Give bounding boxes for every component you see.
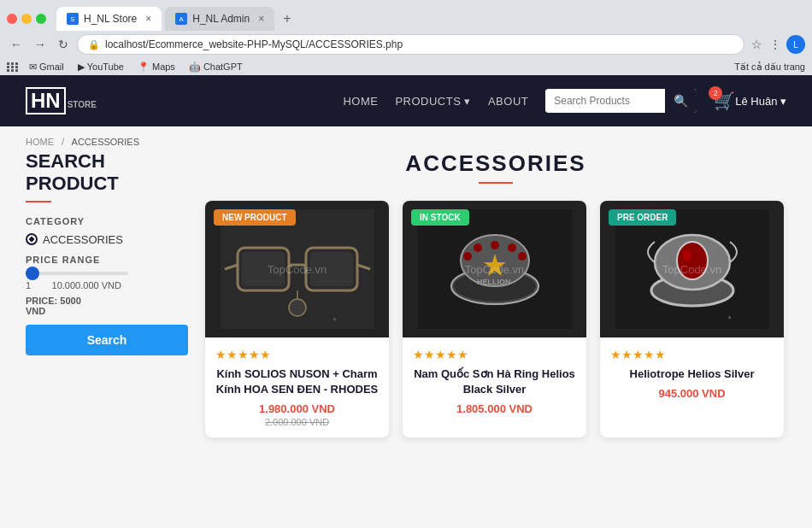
svg-point-16: [463, 252, 472, 261]
apps-button[interactable]: [7, 62, 19, 72]
bookmark-chatgpt[interactable]: 🤖 ChatGPT: [185, 60, 246, 74]
price-max: 10.000.000 VND: [52, 280, 121, 290]
minimize-btn[interactable]: [21, 14, 32, 24]
title-underline: [479, 182, 513, 184]
cart-area[interactable]: 🛒 2: [714, 91, 735, 111]
user-label: Lê Huân ▾: [735, 95, 786, 108]
navbar: HN STORE HOME PRODUCTS ▾ ABOUT 🔍 🛒 2 Lê …: [0, 75, 812, 126]
svg-point-8: [289, 299, 306, 316]
price-slider-track: [26, 272, 128, 275]
product-info-0: ★★★★★ Kính SOLIOS NUSON + Charm Kính HOA…: [205, 337, 389, 437]
user-area[interactable]: Lê Huân ▾: [735, 95, 786, 108]
profile-button[interactable]: L: [786, 35, 805, 54]
nav-home[interactable]: HOME: [343, 95, 378, 108]
product-img-ring-star: HELLION: [418, 209, 572, 329]
product-badge-1: IN STOCK: [411, 209, 469, 226]
tab-favicon-store: S: [67, 13, 79, 25]
product-price-0: 1.980.000 VND: [215, 402, 379, 415]
tab-close-store[interactable]: ×: [145, 13, 151, 25]
nav-products[interactable]: PRODUCTS ▾: [395, 95, 471, 108]
bookmark-chatgpt-label: ChatGPT: [203, 62, 243, 72]
product-price-1: 1.805.000 VND: [413, 402, 576, 415]
bookmark-youtube-label: YouTube: [87, 62, 124, 72]
product-card-2[interactable]: PRE ORDER: [600, 201, 784, 437]
product-info-1: ★★★★★ Nam Quốc Sơn Hà Ring Helios Black …: [403, 337, 586, 425]
product-price-old-0: 2.000.000 VND: [215, 417, 379, 427]
bookmark-gmail-label: Gmail: [39, 62, 64, 72]
page-title: ACCESSORIES: [205, 150, 786, 177]
maximize-btn[interactable]: [36, 14, 46, 24]
bookmark-button[interactable]: ☆: [750, 36, 764, 53]
bookmark-maps[interactable]: 📍 Maps: [134, 60, 179, 74]
nav-links: HOME PRODUCTS ▾ ABOUT: [343, 95, 528, 108]
product-img-area-1: IN STOCK: [403, 201, 586, 337]
product-grid: NEW PRODUCT: [205, 201, 786, 437]
price-range-nums: 1 10.000.000 VND: [26, 280, 188, 290]
bookmark-maps-label: Maps: [152, 62, 175, 72]
chatgpt-icon: 🤖: [189, 62, 201, 73]
search-input-nav[interactable]: [545, 90, 665, 112]
window-controls: [7, 14, 46, 24]
content-area: ACCESSORIES NEW PRODUCT: [205, 150, 786, 437]
product-price-2: 945.000 VND: [610, 387, 774, 400]
product-img-area-0: NEW PRODUCT: [205, 201, 389, 337]
refresh-button[interactable]: ↻: [55, 36, 72, 53]
product-card-0[interactable]: NEW PRODUCT: [205, 201, 389, 437]
category-accessories-row[interactable]: ACCESSORIES: [26, 233, 188, 246]
breadcrumb-home[interactable]: HOME: [26, 137, 54, 147]
svg-point-18: [491, 241, 499, 249]
price-slider-thumb[interactable]: [26, 267, 39, 280]
gmail-icon: ✉: [29, 62, 37, 73]
logo[interactable]: HN STORE: [26, 87, 97, 114]
price-range-label: PRICE RANGE: [26, 255, 188, 265]
tab-title-store: H_NL Store: [84, 13, 137, 25]
product-stars-0: ★★★★★: [215, 348, 379, 361]
logo-hn: HN: [26, 87, 66, 114]
bookmarks-bar: ✉ Gmail ▶ YouTube 📍 Maps 🤖 ChatGPT Tất c…: [0, 58, 812, 75]
sidebar-title-underline: [26, 201, 51, 202]
tab-title-admin: H_NL Admin: [192, 13, 250, 25]
product-badge-2: PRE ORDER: [609, 209, 676, 226]
product-stars-2: ★★★★★: [610, 348, 774, 361]
product-info-2: ★★★★★ Heliotrope Helios Silver 945.000 V…: [600, 337, 784, 410]
svg-point-30: [683, 249, 691, 261]
svg-text:▲: ▲: [332, 315, 338, 321]
svg-rect-4: [310, 252, 353, 286]
product-card-1[interactable]: IN STOCK: [403, 201, 586, 437]
browser-chrome: S H_NL Store × A H_NL Admin × + ← → ↻ 🔒 …: [0, 0, 812, 75]
nav-about[interactable]: ABOUT: [488, 95, 528, 108]
category-label: CATEGORY: [26, 216, 188, 226]
tab-close-admin[interactable]: ×: [258, 13, 264, 25]
tab-hnl-store[interactable]: S H_NL Store ×: [56, 7, 162, 31]
close-btn[interactable]: [7, 14, 17, 24]
bookmark-youtube[interactable]: ▶ YouTube: [74, 60, 127, 74]
new-tab-button[interactable]: +: [278, 11, 296, 26]
main-layout: SEARCHPRODUCT CATEGORY ACCESSORIES PRICE…: [0, 150, 812, 437]
forward-button[interactable]: →: [31, 36, 50, 53]
maps-icon: 📍: [138, 62, 150, 73]
breadcrumb-current: ACCESSORIES: [72, 137, 139, 147]
svg-point-17: [474, 243, 482, 252]
svg-point-19: [508, 243, 516, 252]
site-content: HN STORE HOME PRODUCTS ▾ ABOUT 🔍 🛒 2 Lê …: [0, 75, 812, 528]
url-bar[interactable]: 🔒 localhost/Ecommerce_website-PHP-MySQL/…: [77, 34, 744, 55]
product-name-2: Heliotrope Helios Silver: [610, 367, 774, 382]
sidebar: SEARCHPRODUCT CATEGORY ACCESSORIES PRICE…: [26, 150, 188, 437]
logo-store: STORE: [68, 100, 97, 109]
back-button[interactable]: ←: [7, 36, 26, 53]
bookmark-gmail[interactable]: ✉ Gmail: [26, 60, 68, 74]
price-slider-container: [26, 272, 188, 275]
browser-actions: ☆ ⋮ L: [750, 35, 805, 54]
svg-rect-2: [242, 252, 285, 286]
product-badge-0: NEW PRODUCT: [214, 209, 296, 226]
more-button[interactable]: ⋮: [768, 36, 783, 53]
search-btn-nav[interactable]: 🔍: [665, 89, 697, 113]
tab-hnl-admin[interactable]: A H_NL Admin ×: [165, 7, 274, 31]
search-sidebar-button[interactable]: Search: [26, 325, 188, 355]
youtube-icon: ▶: [78, 62, 85, 73]
apps-icon: [7, 62, 19, 72]
sidebar-title: SEARCHPRODUCT: [26, 150, 188, 196]
url-text: localhost/Ecommerce_website-PHP-MySQL/AC…: [105, 38, 403, 50]
category-radio[interactable]: [26, 233, 38, 245]
all-bookmarks[interactable]: Tất cả dấu trang: [734, 62, 805, 73]
